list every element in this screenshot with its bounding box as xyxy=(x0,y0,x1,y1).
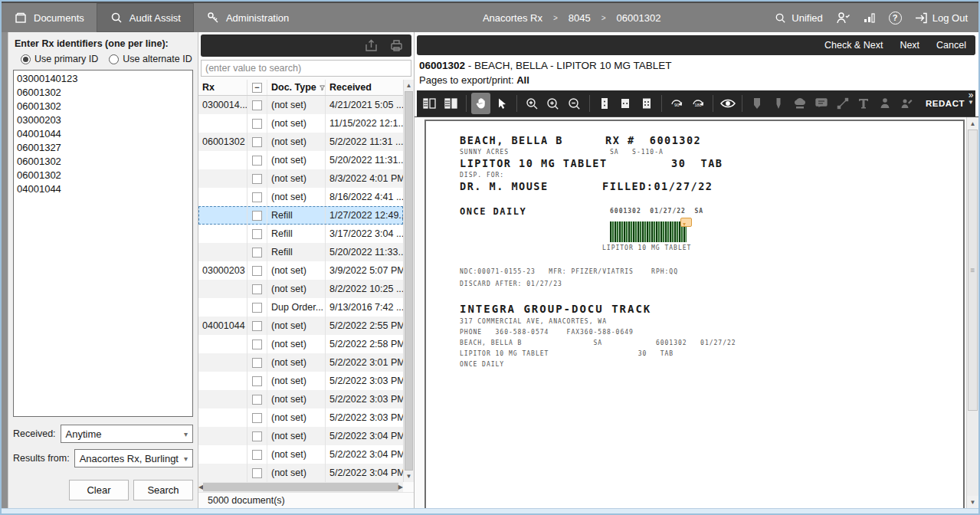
stamp-icon[interactable] xyxy=(790,93,810,114)
results-from-dropdown[interactable]: Anacortes Rx, Burlingt ▾ xyxy=(74,449,193,467)
scrollbar-thumb[interactable] xyxy=(405,91,413,471)
pen-icon[interactable] xyxy=(769,93,788,114)
help-icon[interactable]: ? xyxy=(889,11,902,25)
rx-identifiers-input[interactable]: 03000140123 06001302 06001302 03000203 0… xyxy=(13,70,193,417)
table-row[interactable]: (not set) 8/2/2022 10:25 ... xyxy=(198,280,403,298)
clear-button[interactable]: Clear xyxy=(69,480,129,500)
document-page[interactable]: BEACH, BELLA BRX # 6001302 SUNNY ACRESSA… xyxy=(424,120,965,508)
search-button[interactable]: Search xyxy=(133,480,193,500)
table-row[interactable]: 0300014... (not set) 4/21/2021 5:05 ... xyxy=(198,96,403,114)
table-row[interactable]: (not set) 5/2/2022 3:04 PM xyxy=(198,464,403,482)
pages-value[interactable]: All xyxy=(516,74,529,86)
table-row[interactable]: (not set) 5/2/2022 3:04 PM xyxy=(198,427,403,445)
list-search-input[interactable] xyxy=(201,60,411,77)
row-checkbox[interactable] xyxy=(247,464,267,482)
stats-icon[interactable] xyxy=(863,11,877,25)
rotate-180-icon[interactable]: 180 xyxy=(688,93,708,114)
redact-button[interactable]: REDACT xyxy=(918,99,972,108)
approval-stamp-icon[interactable] xyxy=(896,93,916,114)
table-row[interactable]: (not set) 5/2/2022 3:04 PM xyxy=(198,445,403,464)
table-horizontal-scrollbar[interactable]: ◀ ▶ xyxy=(198,482,403,492)
row-checkbox[interactable] xyxy=(247,427,267,445)
row-checkbox[interactable] xyxy=(247,151,267,169)
tab-documents[interactable]: Documents xyxy=(2,3,97,32)
table-row[interactable]: (not set) 5/2/2022 2:58 PM xyxy=(198,335,403,353)
scrollbar-track[interactable] xyxy=(967,411,978,496)
rotate-90-icon[interactable]: 90 xyxy=(667,93,687,114)
page-fit-window-icon[interactable] xyxy=(637,93,657,114)
row-checkbox[interactable] xyxy=(247,408,267,427)
export-icon[interactable] xyxy=(364,38,379,53)
row-checkbox[interactable] xyxy=(247,372,267,390)
zoom-out-icon[interactable] xyxy=(565,93,585,114)
line-icon[interactable] xyxy=(833,93,853,114)
row-checkbox[interactable] xyxy=(247,114,267,133)
row-checkbox[interactable] xyxy=(247,298,267,317)
page-fit-width-icon[interactable] xyxy=(615,93,635,114)
row-checkbox[interactable] xyxy=(247,169,267,188)
table-row[interactable]: (not set) 5/2/2022 3:03 PM xyxy=(198,408,403,427)
page-fit-height-icon[interactable] xyxy=(595,93,615,114)
table-row[interactable]: (not set) 8/16/2022 4:41 ... xyxy=(198,188,403,206)
row-checkbox[interactable] xyxy=(247,133,267,151)
breadcrumb-item-pharmacy[interactable]: Anacortes Rx xyxy=(483,12,542,24)
row-checkbox[interactable] xyxy=(247,335,267,353)
select-tool-icon[interactable] xyxy=(492,93,512,114)
note-icon[interactable] xyxy=(811,93,831,114)
view-mode-eye-icon[interactable] xyxy=(718,93,738,114)
table-row[interactable]: (not set) 5/2/2022 3:01 PM xyxy=(198,353,403,372)
row-checkbox[interactable] xyxy=(247,96,267,114)
table-row[interactable]: 04001044 (not set) 5/2/2022 2:55 PM xyxy=(198,317,403,335)
table-row[interactable]: Refill 3/17/2022 3:04 ... xyxy=(198,225,403,243)
signature-stamp-icon[interactable] xyxy=(875,93,895,114)
row-checkbox[interactable] xyxy=(247,188,267,206)
pan-tool-icon[interactable] xyxy=(471,93,491,114)
table-row[interactable]: (not set) 5/2/2022 3:03 PM xyxy=(198,372,403,390)
toolbar-overflow-control[interactable]: » ▼ xyxy=(968,91,974,107)
annotation-note-icon[interactable] xyxy=(680,218,692,227)
text-annotation-icon[interactable] xyxy=(854,93,874,114)
thumbnail-pane-left-icon[interactable] xyxy=(420,93,440,114)
scrollbar-thumb[interactable] xyxy=(203,483,398,491)
print-icon[interactable] xyxy=(389,38,404,53)
table-row[interactable]: Refill 1/27/2022 12:49... xyxy=(198,206,403,225)
scroll-down-icon[interactable]: ▼ xyxy=(967,496,978,508)
row-checkbox[interactable] xyxy=(247,390,267,408)
unified-search-button[interactable]: Unified xyxy=(774,11,822,25)
tab-audit-assist[interactable]: Audit Assist xyxy=(97,3,194,32)
row-checkbox[interactable] xyxy=(247,225,267,243)
scroll-right-icon[interactable]: ▶ xyxy=(398,481,403,493)
row-checkbox[interactable] xyxy=(247,206,267,225)
zoom-marquee-icon[interactable] xyxy=(522,93,542,114)
select-all-checkbox[interactable]: − xyxy=(247,80,267,95)
table-row[interactable]: Refill 5/20/2022 11:33... xyxy=(198,243,403,261)
thumbnail-pane-right-icon[interactable] xyxy=(441,93,461,114)
table-row[interactable]: (not set) 5/2/2022 3:03 PM xyxy=(198,390,403,408)
highlighter-icon[interactable] xyxy=(747,93,767,114)
viewer-vertical-scrollbar[interactable]: ▲ ▼ xyxy=(966,117,978,508)
table-row[interactable]: 06001302 (not set) 5/2/2022 11:31 ... xyxy=(198,133,403,151)
table-row[interactable]: (not set) 5/20/2022 11:31... xyxy=(198,151,403,169)
scroll-up-icon[interactable]: ▲ xyxy=(967,117,978,130)
received-dropdown[interactable]: Anytime ▾ xyxy=(61,425,193,443)
cancel-button[interactable]: Cancel xyxy=(936,40,966,51)
check-and-next-button[interactable]: Check & Next xyxy=(824,40,883,51)
scroll-up-icon[interactable]: ▲ xyxy=(404,80,414,91)
table-row[interactable]: (not set) 11/15/2022 12:1... xyxy=(198,114,403,133)
row-checkbox[interactable] xyxy=(247,353,267,372)
scrollbar-thumb[interactable] xyxy=(968,130,978,411)
breadcrumb-item-batch[interactable]: 8045 xyxy=(569,12,591,24)
row-checkbox[interactable] xyxy=(247,445,267,464)
table-row[interactable]: 03000203 (not set) 3/9/2022 5:07 PM xyxy=(198,261,403,280)
table-row[interactable]: (not set) 8/3/2022 4:01 PM xyxy=(198,169,403,188)
row-checkbox[interactable] xyxy=(247,243,267,261)
column-header-received[interactable]: Received xyxy=(326,80,403,95)
column-header-rx[interactable]: Rx xyxy=(198,80,247,95)
breadcrumb-item-rx[interactable]: 06001302 xyxy=(617,12,661,24)
radio-alternate-id[interactable]: Use alternate ID xyxy=(109,54,192,64)
page-area[interactable]: BEACH, BELLA BRX # 6001302 SUNNY ACRESSA… xyxy=(415,117,966,508)
user-check-icon[interactable] xyxy=(835,11,851,25)
next-button[interactable]: Next xyxy=(900,40,919,51)
row-checkbox[interactable] xyxy=(247,280,267,298)
radio-primary-id[interactable]: Use primary ID xyxy=(21,54,98,64)
